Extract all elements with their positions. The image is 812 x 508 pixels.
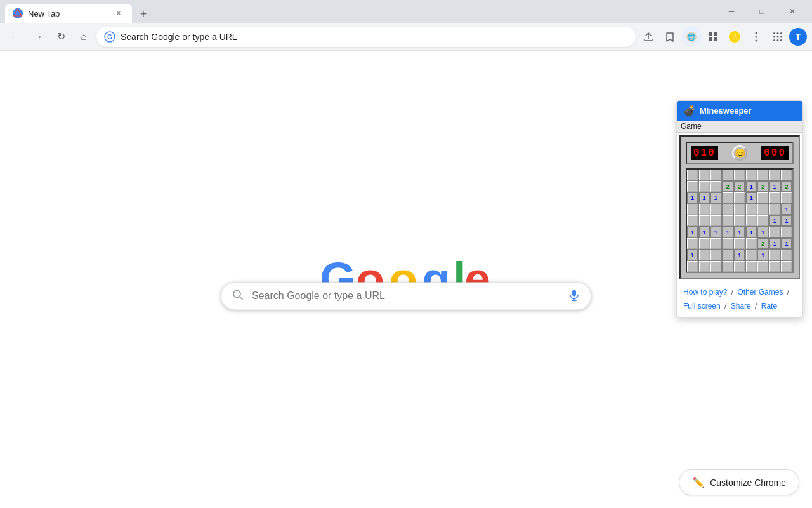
ms-cell[interactable] [723,170,733,180]
ms-cell[interactable]: 1 [710,192,721,203]
ms-cell[interactable] [687,261,698,272]
menu-button[interactable] [746,27,766,47]
active-tab[interactable]: New Tab × [5,4,132,23]
bookmark-button[interactable] [660,27,680,47]
ms-cell[interactable] [710,181,721,192]
ms-cell[interactable] [769,192,780,203]
ms-cell[interactable] [723,238,733,249]
tab-close-button[interactable]: × [113,8,124,19]
ms-cell[interactable] [723,250,733,260]
ms-cell[interactable] [757,170,768,180]
ms-cell[interactable] [687,170,698,180]
other-games-link[interactable]: Other Games [737,288,783,297]
ms-cell[interactable]: 2 [734,181,745,192]
ms-cell[interactable] [746,170,757,180]
how-to-play-link[interactable]: How to play? [683,288,727,297]
ms-cell[interactable]: 1 [710,227,721,237]
new-tab-button[interactable]: + [134,5,152,23]
ms-cell[interactable]: 1 [734,250,745,260]
minimize-button[interactable]: ─ [717,1,746,22]
ms-grid[interactable]: 22121211111111111111211111 [686,168,794,273]
ms-cell[interactable] [746,261,757,272]
reload-button[interactable]: ↻ [51,27,71,47]
ms-cell[interactable]: 2 [723,181,733,192]
ms-cell[interactable] [710,170,721,180]
address-bar[interactable]: G Search Google or type a URL [96,27,636,47]
ms-cell[interactable] [769,204,780,215]
ms-cell[interactable] [769,261,780,272]
mic-icon[interactable] [568,288,580,304]
ms-cell[interactable] [769,227,780,237]
ms-cell[interactable]: 1 [723,227,733,237]
ms-cell[interactable] [710,204,721,215]
ms-cell[interactable] [769,170,780,180]
ms-cell[interactable] [781,261,792,272]
ms-cell[interactable] [723,261,733,272]
ms-cell[interactable] [723,215,733,226]
ms-cell[interactable] [687,238,698,249]
ms-cell[interactable] [746,250,757,260]
ms-cell[interactable]: 1 [687,192,698,203]
ms-cell[interactable] [723,192,733,203]
ms-cell[interactable] [710,250,721,260]
full-screen-link[interactable]: Full screen [683,302,721,311]
ms-cell[interactable] [757,261,768,272]
ms-cell[interactable]: 1 [699,227,710,237]
search-bar[interactable] [221,282,591,310]
forward-button[interactable]: → [28,27,48,47]
close-button[interactable]: ✕ [778,1,807,22]
ms-cell[interactable]: 1 [687,227,698,237]
apps-button[interactable] [768,27,788,47]
ms-cell[interactable] [723,204,733,215]
maximize-button[interactable]: □ [747,1,776,22]
ms-cell[interactable] [734,204,745,215]
ms-cell[interactable] [781,227,792,237]
ms-cell[interactable]: 1 [769,215,780,226]
ms-cell[interactable] [734,238,745,249]
ms-cell[interactable]: 2 [757,238,768,249]
customize-chrome-button[interactable]: ✏️ Customize Chrome [679,469,799,495]
search-input[interactable] [252,290,560,302]
ms-cell[interactable] [746,204,757,215]
game-extension-button[interactable]: ⭐ [724,27,745,47]
ms-cell[interactable]: 1 [757,227,768,237]
ms-cell[interactable]: 1 [746,181,757,192]
extensions-button[interactable] [703,27,723,47]
ms-cell[interactable] [687,181,698,192]
ms-cell[interactable] [757,192,768,203]
ms-cell[interactable] [746,215,757,226]
ms-cell[interactable] [710,261,721,272]
ms-cell[interactable] [687,204,698,215]
share-link[interactable]: Share [731,302,751,311]
ms-cell[interactable]: 1 [699,192,710,203]
user-avatar[interactable]: T [789,28,807,46]
ms-cell[interactable] [734,215,745,226]
ms-cell[interactable]: 1 [746,227,757,237]
ms-cell[interactable] [699,204,710,215]
share-button[interactable] [638,27,658,47]
ms-cell[interactable]: 2 [781,181,792,192]
ms-cell[interactable]: 1 [757,250,768,260]
ms-cell[interactable] [781,170,792,180]
extension-active-button[interactable]: 🌐 [681,27,702,47]
ms-cell[interactable] [699,181,710,192]
ms-cell[interactable] [699,170,710,180]
ms-cell[interactable]: 1 [746,192,757,203]
ms-cell[interactable] [769,250,780,260]
ms-game-menu[interactable]: Game [681,122,702,131]
ms-cell[interactable] [781,250,792,260]
ms-cell[interactable] [699,261,710,272]
ms-cell[interactable] [699,238,710,249]
ms-smiley-button[interactable]: 😊 [732,145,747,161]
ms-cell[interactable]: 1 [781,215,792,226]
ms-menu-bar[interactable]: Game [677,121,802,133]
ms-cell[interactable] [757,215,768,226]
ms-cell[interactable]: 1 [734,227,745,237]
ms-cell[interactable] [757,204,768,215]
ms-cell[interactable]: 1 [781,238,792,249]
home-button[interactable]: ⌂ [74,27,94,47]
ms-cell[interactable] [734,170,745,180]
ms-cell[interactable] [734,192,745,203]
ms-cell[interactable] [699,250,710,260]
ms-cell[interactable] [687,215,698,226]
